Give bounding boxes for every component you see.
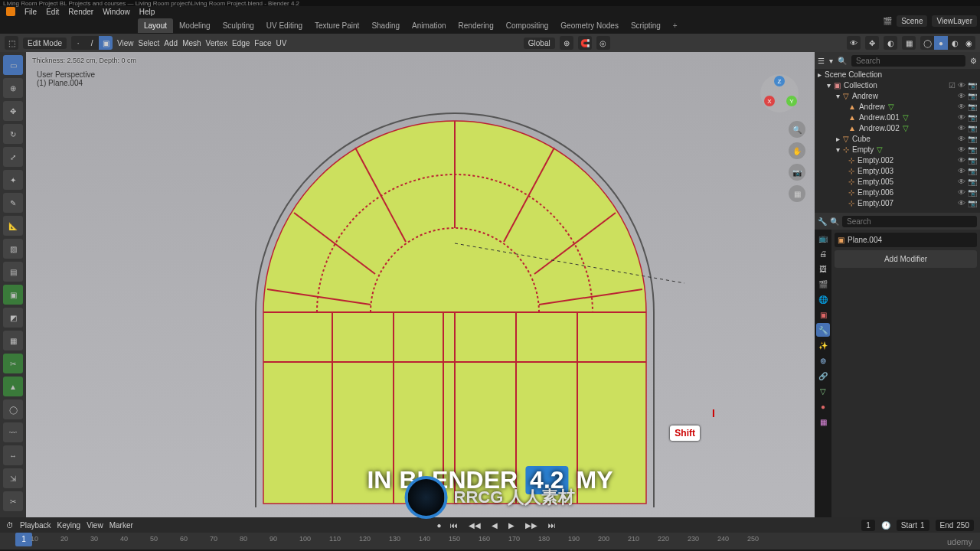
- world-tab-icon[interactable]: 🌐: [816, 292, 830, 306]
- outliner-collection[interactable]: ▾ ▣ Collection ☑ 👁 📷: [815, 80, 980, 90]
- tab-sculpting[interactable]: Sculpting: [217, 18, 260, 33]
- row-toggles[interactable]: ☑ 👁 📷: [949, 81, 977, 90]
- tab-uv-editing[interactable]: UV Editing: [260, 18, 309, 33]
- menu-window[interactable]: Window: [103, 8, 130, 16]
- menu-playback[interactable]: Playback: [20, 521, 51, 530]
- tab-rendering[interactable]: Rendering: [452, 18, 500, 33]
- row-toggles[interactable]: 👁 📷: [958, 92, 977, 100]
- rendered-shading-icon[interactable]: ◉: [962, 36, 975, 50]
- transform-tool[interactable]: ✦: [3, 170, 23, 190]
- menu-view[interactable]: View: [87, 521, 103, 530]
- outliner-item[interactable]: ⊹Empty.003👁 📷: [815, 165, 980, 176]
- row-toggles[interactable]: 👁 📷: [958, 156, 977, 165]
- outliner-item[interactable]: ⊹Empty.002👁 📷: [815, 155, 980, 165]
- tab-layout[interactable]: Layout: [138, 18, 173, 33]
- tab-scripting[interactable]: Scripting: [625, 18, 667, 33]
- outliner-item-cube[interactable]: ▸▽ Cube 👁 📷: [815, 133, 980, 144]
- outliner-item[interactable]: ⊹Empty.005👁 📷: [815, 176, 980, 187]
- knife-tool[interactable]: ✂: [3, 354, 23, 373]
- loopcut-tool[interactable]: ▦: [3, 331, 23, 350]
- outliner-item-andrew[interactable]: ▾▽ Andrew 👁 📷: [815, 90, 980, 101]
- shrink-tool[interactable]: ⇲: [3, 468, 23, 488]
- overlay-icon[interactable]: ◐: [884, 36, 897, 50]
- menu-edge[interactable]: Edge: [232, 39, 250, 47]
- row-toggles[interactable]: 👁 📷: [958, 103, 977, 111]
- filter-icon[interactable]: ⚙: [970, 57, 977, 65]
- jump-start-icon[interactable]: ⏮: [448, 521, 460, 530]
- rip-tool[interactable]: ✂: [3, 491, 23, 511]
- smooth-tool[interactable]: 〰: [3, 422, 23, 442]
- menu-select[interactable]: Select: [139, 39, 160, 47]
- physics-tab-icon[interactable]: ⊚: [816, 354, 830, 367]
- gizmo-icon[interactable]: ✥: [865, 36, 879, 50]
- scene-name[interactable]: Scene: [897, 15, 927, 27]
- menu-keying[interactable]: Keying: [57, 521, 81, 530]
- material-tab-icon[interactable]: ●: [816, 399, 830, 413]
- outliner-item[interactable]: ⊹Empty.007👁 📷: [815, 197, 980, 208]
- menu-uv[interactable]: UV: [276, 39, 287, 47]
- row-toggles[interactable]: 👁 📷: [958, 188, 977, 197]
- mesh-tab-icon[interactable]: ▽: [816, 384, 830, 398]
- end-frame-field[interactable]: End 250: [936, 520, 974, 531]
- menu-face[interactable]: Face: [254, 39, 271, 47]
- move-tool[interactable]: ✥: [3, 101, 23, 121]
- row-toggles[interactable]: 👁 📷: [958, 113, 977, 122]
- edge-select-icon[interactable]: /: [85, 36, 99, 50]
- jump-end-icon[interactable]: ⏭: [546, 521, 558, 530]
- play-icon[interactable]: ▶: [506, 521, 517, 530]
- scale-tool[interactable]: ⤢: [3, 147, 23, 167]
- particles-tab-icon[interactable]: ✨: [816, 338, 830, 352]
- extrude-tool[interactable]: ▤: [3, 262, 23, 282]
- render-tab-icon[interactable]: 📺: [816, 231, 830, 245]
- texture-tab-icon[interactable]: ▦: [816, 415, 830, 429]
- row-toggles[interactable]: 👁 📷: [958, 199, 977, 207]
- add-cube-tool[interactable]: ▧: [3, 239, 23, 259]
- menu-marker[interactable]: Marker: [109, 521, 133, 530]
- constraints-tab-icon[interactable]: 🔗: [816, 369, 830, 383]
- outliner-item[interactable]: ▲Andrew ▽ 👁 📷: [815, 101, 980, 112]
- camera-view-icon[interactable]: 📷: [789, 164, 805, 181]
- tab-compositing[interactable]: Compositing: [500, 18, 555, 33]
- menu-file[interactable]: File: [24, 8, 37, 16]
- autokey-icon[interactable]: ●: [437, 521, 442, 530]
- spin-tool[interactable]: ◯: [3, 399, 23, 419]
- play-reverse-icon[interactable]: ◀: [489, 521, 500, 530]
- add-workspace-icon[interactable]: +: [667, 18, 684, 33]
- proportional-icon[interactable]: ◎: [596, 36, 610, 50]
- keyframe-prev-icon[interactable]: ◀◀: [466, 521, 483, 530]
- modifier-tab-icon[interactable]: 🔧: [816, 323, 830, 337]
- output-tab-icon[interactable]: 🖨: [816, 246, 830, 260]
- bevel-tool[interactable]: ◩: [3, 308, 23, 328]
- tab-texture-paint[interactable]: Texture Paint: [309, 18, 365, 33]
- select-box-tool[interactable]: ▭: [3, 55, 23, 75]
- add-modifier-button[interactable]: Add Modifier: [835, 250, 977, 268]
- inset-tool[interactable]: ▣: [3, 285, 23, 305]
- mode-dropdown[interactable]: Edit Mode: [23, 37, 67, 49]
- viewlayer-tab-icon[interactable]: 🖼: [816, 262, 830, 276]
- menu-add[interactable]: Add: [164, 39, 178, 47]
- outliner-item[interactable]: ⊹Empty.006👁 📷: [815, 187, 980, 197]
- ortho-toggle-icon[interactable]: ▦: [789, 185, 805, 202]
- properties-search-input[interactable]: [842, 216, 977, 227]
- playhead[interactable]: 1: [15, 533, 32, 546]
- visibility-icon[interactable]: 👁: [847, 36, 861, 50]
- tab-animation[interactable]: Animation: [406, 18, 452, 33]
- pan-icon[interactable]: ✋: [789, 142, 805, 159]
- row-toggles[interactable]: 👁 📷: [958, 145, 977, 154]
- measure-tool[interactable]: 📐: [3, 216, 23, 236]
- vertex-select-icon[interactable]: ·: [71, 36, 85, 50]
- timeline-ruler[interactable]: 1 10203040506070809010011012013014015016…: [0, 533, 980, 549]
- outliner-item-empty[interactable]: ▾⊹ Empty ▽ 👁 📷: [815, 144, 980, 155]
- outliner[interactable]: ▸ Scene Collection ▾ ▣ Collection ☑ 👁 📷 …: [815, 69, 980, 213]
- menu-render[interactable]: Render: [68, 8, 93, 16]
- orientation-dropdown[interactable]: Global: [524, 37, 555, 49]
- outliner-scene-collection[interactable]: ▸ Scene Collection: [815, 69, 980, 80]
- tab-modeling[interactable]: Modeling: [173, 18, 217, 33]
- 3d-viewport[interactable]: Thickness: 2.562 cm, Depth: 0 cm User Pe…: [26, 52, 815, 517]
- wireframe-shading-icon[interactable]: ◯: [920, 36, 934, 50]
- outliner-search-input[interactable]: [851, 55, 965, 67]
- annotate-tool[interactable]: ✎: [3, 193, 23, 213]
- timeline-editor-icon[interactable]: ⏱: [6, 521, 14, 530]
- keyframe-next-icon[interactable]: ▶▶: [523, 521, 540, 530]
- menu-view[interactable]: View: [117, 39, 134, 47]
